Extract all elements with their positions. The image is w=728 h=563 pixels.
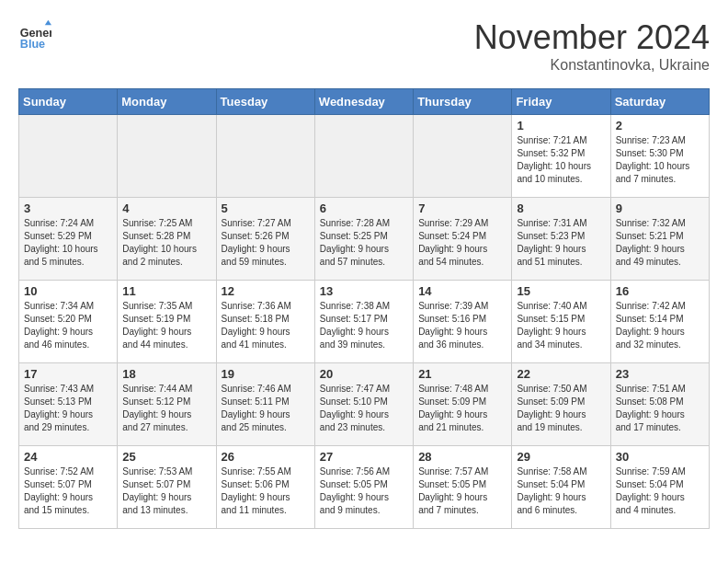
calendar-cell: 7Sunrise: 7:29 AM Sunset: 5:24 PM Daylig… — [414, 198, 512, 281]
calendar-cell: 18Sunrise: 7:44 AM Sunset: 5:12 PM Dayli… — [118, 363, 216, 446]
weekday-header: Sunday — [19, 89, 118, 115]
month-title: November 2024 — [474, 18, 710, 57]
day-info: Sunrise: 7:29 AM Sunset: 5:24 PM Dayligh… — [418, 217, 506, 269]
day-info: Sunrise: 7:53 AM Sunset: 5:07 PM Dayligh… — [122, 465, 210, 517]
calendar-cell: 16Sunrise: 7:42 AM Sunset: 5:14 PM Dayli… — [610, 281, 709, 363]
day-info: Sunrise: 7:21 AM Sunset: 5:32 PM Dayligh… — [517, 134, 605, 186]
calendar-week-row: 17Sunrise: 7:43 AM Sunset: 5:13 PM Dayli… — [19, 363, 710, 446]
day-number: 26 — [222, 450, 310, 464]
calendar-cell: 17Sunrise: 7:43 AM Sunset: 5:13 PM Dayli… — [19, 363, 118, 446]
calendar-week-row: 3Sunrise: 7:24 AM Sunset: 5:29 PM Daylig… — [19, 198, 710, 281]
calendar-cell: 6Sunrise: 7:28 AM Sunset: 5:25 PM Daylig… — [314, 198, 413, 281]
day-info: Sunrise: 7:51 AM Sunset: 5:08 PM Dayligh… — [616, 383, 704, 434]
day-number: 7 — [418, 201, 506, 215]
day-number: 18 — [122, 367, 210, 381]
day-info: Sunrise: 7:35 AM Sunset: 5:19 PM Dayligh… — [122, 300, 210, 351]
calendar-cell: 11Sunrise: 7:35 AM Sunset: 5:19 PM Dayli… — [118, 281, 216, 363]
day-info: Sunrise: 7:32 AM Sunset: 5:21 PM Dayligh… — [616, 217, 704, 269]
day-info: Sunrise: 7:44 AM Sunset: 5:12 PM Dayligh… — [122, 383, 210, 434]
calendar-cell: 10Sunrise: 7:34 AM Sunset: 5:20 PM Dayli… — [19, 281, 118, 363]
day-info: Sunrise: 7:28 AM Sunset: 5:25 PM Dayligh… — [320, 217, 408, 269]
calendar-cell: 12Sunrise: 7:36 AM Sunset: 5:18 PM Dayli… — [216, 281, 314, 363]
day-number: 4 — [122, 201, 210, 215]
calendar-cell: 20Sunrise: 7:47 AM Sunset: 5:10 PM Dayli… — [314, 363, 413, 446]
calendar-cell: 3Sunrise: 7:24 AM Sunset: 5:29 PM Daylig… — [19, 198, 118, 281]
calendar-week-row: 24Sunrise: 7:52 AM Sunset: 5:07 PM Dayli… — [19, 446, 710, 529]
day-number: 29 — [517, 450, 605, 464]
calendar-cell: 14Sunrise: 7:39 AM Sunset: 5:16 PM Dayli… — [414, 281, 512, 363]
day-number: 17 — [24, 367, 112, 381]
calendar-cell: 2Sunrise: 7:23 AM Sunset: 5:30 PM Daylig… — [610, 115, 709, 198]
day-number: 9 — [616, 201, 704, 215]
weekday-header: Friday — [512, 89, 610, 115]
day-number: 22 — [517, 367, 605, 381]
calendar-week-row: 1Sunrise: 7:21 AM Sunset: 5:32 PM Daylig… — [19, 115, 710, 198]
day-info: Sunrise: 7:34 AM Sunset: 5:20 PM Dayligh… — [24, 300, 112, 351]
day-number: 3 — [24, 201, 112, 215]
weekday-header: Monday — [118, 89, 216, 115]
day-info: Sunrise: 7:31 AM Sunset: 5:23 PM Dayligh… — [517, 217, 605, 269]
weekday-header: Wednesday — [314, 89, 413, 115]
day-info: Sunrise: 7:42 AM Sunset: 5:14 PM Dayligh… — [616, 300, 704, 351]
day-info: Sunrise: 7:55 AM Sunset: 5:06 PM Dayligh… — [222, 465, 310, 517]
day-info: Sunrise: 7:52 AM Sunset: 5:07 PM Dayligh… — [24, 465, 112, 517]
day-info: Sunrise: 7:59 AM Sunset: 5:04 PM Dayligh… — [616, 465, 704, 517]
day-number: 19 — [222, 367, 310, 381]
day-info: Sunrise: 7:47 AM Sunset: 5:10 PM Dayligh… — [320, 383, 408, 434]
day-info: Sunrise: 7:56 AM Sunset: 5:05 PM Dayligh… — [320, 465, 408, 517]
day-info: Sunrise: 7:24 AM Sunset: 5:29 PM Dayligh… — [24, 217, 112, 269]
day-number: 13 — [320, 284, 408, 298]
day-info: Sunrise: 7:50 AM Sunset: 5:09 PM Dayligh… — [517, 383, 605, 434]
calendar-cell — [19, 115, 118, 198]
calendar-cell: 23Sunrise: 7:51 AM Sunset: 5:08 PM Dayli… — [610, 363, 709, 446]
day-info: Sunrise: 7:27 AM Sunset: 5:26 PM Dayligh… — [222, 217, 310, 269]
weekday-header: Saturday — [610, 89, 709, 115]
day-number: 15 — [517, 284, 605, 298]
day-number: 14 — [418, 284, 506, 298]
calendar-cell: 30Sunrise: 7:59 AM Sunset: 5:04 PM Dayli… — [610, 446, 709, 529]
calendar-table: SundayMondayTuesdayWednesdayThursdayFrid… — [18, 88, 710, 529]
calendar-cell: 8Sunrise: 7:31 AM Sunset: 5:23 PM Daylig… — [512, 198, 610, 281]
day-info: Sunrise: 7:43 AM Sunset: 5:13 PM Dayligh… — [24, 383, 112, 434]
calendar-cell: 24Sunrise: 7:52 AM Sunset: 5:07 PM Dayli… — [19, 446, 118, 529]
calendar-cell: 27Sunrise: 7:56 AM Sunset: 5:05 PM Dayli… — [314, 446, 413, 529]
logo: General Blue — [18, 18, 51, 52]
day-number: 24 — [24, 450, 112, 464]
calendar-cell: 19Sunrise: 7:46 AM Sunset: 5:11 PM Dayli… — [216, 363, 314, 446]
day-number: 2 — [616, 119, 704, 132]
day-number: 28 — [418, 450, 506, 464]
calendar-cell — [314, 115, 413, 198]
day-number: 8 — [517, 201, 605, 215]
weekday-header: Tuesday — [216, 89, 314, 115]
calendar-cell — [216, 115, 314, 198]
svg-text:Blue: Blue — [20, 38, 45, 51]
location: Konstantinovka, Ukraine — [474, 57, 710, 74]
day-number: 25 — [122, 450, 210, 464]
logo-icon: General Blue — [18, 18, 51, 52]
calendar-cell: 15Sunrise: 7:40 AM Sunset: 5:15 PM Dayli… — [512, 281, 610, 363]
page-header: General Blue November 2024 Konstantinovk… — [18, 18, 710, 74]
calendar-cell: 29Sunrise: 7:58 AM Sunset: 5:04 PM Dayli… — [512, 446, 610, 529]
day-number: 11 — [122, 284, 210, 298]
calendar-cell — [414, 115, 512, 198]
calendar-cell: 4Sunrise: 7:25 AM Sunset: 5:28 PM Daylig… — [118, 198, 216, 281]
day-info: Sunrise: 7:46 AM Sunset: 5:11 PM Dayligh… — [222, 383, 310, 434]
day-info: Sunrise: 7:58 AM Sunset: 5:04 PM Dayligh… — [517, 465, 605, 517]
day-info: Sunrise: 7:23 AM Sunset: 5:30 PM Dayligh… — [616, 134, 704, 186]
calendar-cell: 5Sunrise: 7:27 AM Sunset: 5:26 PM Daylig… — [216, 198, 314, 281]
calendar-cell: 22Sunrise: 7:50 AM Sunset: 5:09 PM Dayli… — [512, 363, 610, 446]
svg-marker-2 — [45, 20, 51, 25]
day-number: 6 — [320, 201, 408, 215]
title-block: November 2024 Konstantinovka, Ukraine — [474, 18, 710, 74]
day-info: Sunrise: 7:57 AM Sunset: 5:05 PM Dayligh… — [418, 465, 506, 517]
calendar-cell: 1Sunrise: 7:21 AM Sunset: 5:32 PM Daylig… — [512, 115, 610, 198]
day-info: Sunrise: 7:48 AM Sunset: 5:09 PM Dayligh… — [418, 383, 506, 434]
calendar-cell: 9Sunrise: 7:32 AM Sunset: 5:21 PM Daylig… — [610, 198, 709, 281]
day-info: Sunrise: 7:38 AM Sunset: 5:17 PM Dayligh… — [320, 300, 408, 351]
day-number: 12 — [222, 284, 310, 298]
day-number: 16 — [616, 284, 704, 298]
calendar-cell: 21Sunrise: 7:48 AM Sunset: 5:09 PM Dayli… — [414, 363, 512, 446]
calendar-cell: 28Sunrise: 7:57 AM Sunset: 5:05 PM Dayli… — [414, 446, 512, 529]
day-number: 5 — [222, 201, 310, 215]
day-info: Sunrise: 7:25 AM Sunset: 5:28 PM Dayligh… — [122, 217, 210, 269]
